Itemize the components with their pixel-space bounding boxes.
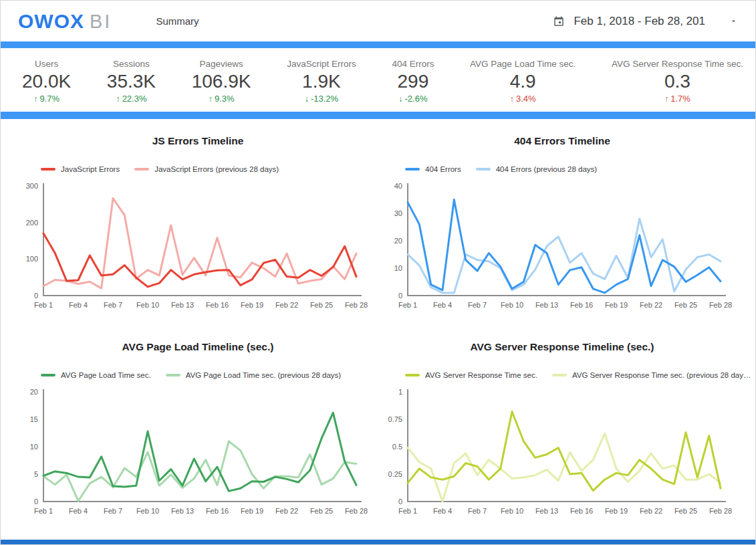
series-line bbox=[43, 233, 356, 287]
scorecard-delta-value: -2.6% bbox=[405, 94, 428, 104]
x-axis-tick-label: Feb 7 bbox=[104, 507, 122, 515]
x-axis-tick-label: Feb 28 bbox=[709, 301, 732, 309]
legend-label: JavaScript Errors (previous 28 days) bbox=[154, 165, 279, 173]
scorecard-sessions: Sessions35.3K↑22.3% bbox=[107, 59, 156, 104]
y-axis-tick-label: 10 bbox=[30, 443, 38, 451]
logo-text-bi: BI bbox=[90, 11, 112, 33]
caret-down-icon bbox=[729, 17, 738, 25]
scorecard-value: 20.0K bbox=[22, 71, 71, 92]
legend-label: JavaScript Errors bbox=[61, 165, 120, 173]
trend-up-icon: ↑ bbox=[33, 94, 37, 104]
app-header: OWOX BI Summary Feb 1, 2018 - Feb 28, 20… bbox=[1, 1, 755, 41]
scorecard-delta-value: 9.7% bbox=[39, 94, 59, 104]
y-axis-tick-label: 1 bbox=[398, 388, 402, 396]
x-axis-tick-label: Feb 4 bbox=[433, 507, 452, 515]
scorecard-delta: ↓-13.2% bbox=[287, 94, 356, 104]
y-axis-tick-label: 20 bbox=[30, 388, 38, 396]
date-range-value: Feb 1, 2018 - Feb 28, 201 bbox=[574, 15, 705, 28]
scorecard-delta: ↑22.3% bbox=[107, 94, 156, 104]
x-axis-tick-label: Feb 1 bbox=[398, 507, 417, 515]
chart-avg-server-response-timeline-sec-: AVG Server Response Timeline (sec.)AVG S… bbox=[385, 336, 739, 518]
scorecard-delta-value: -13.2% bbox=[311, 94, 338, 104]
x-axis-tick-label: Feb 28 bbox=[709, 507, 732, 515]
scorecard-delta-value: 22.3% bbox=[122, 94, 147, 104]
x-axis-tick-label: Feb 10 bbox=[501, 301, 523, 309]
x-axis-tick-label: Feb 10 bbox=[136, 301, 159, 309]
date-range-picker[interactable]: Feb 1, 2018 - Feb 28, 201 bbox=[553, 15, 738, 28]
y-axis-tick-label: 200 bbox=[26, 219, 38, 227]
owox-bi-logo: OWOX BI bbox=[18, 10, 112, 33]
logo-text-owox: OWOX bbox=[18, 10, 84, 33]
x-axis-tick-label: Feb 10 bbox=[501, 507, 523, 515]
y-axis-tick-label: 0 bbox=[34, 498, 38, 506]
y-axis-tick-label: 0 bbox=[34, 292, 38, 300]
scorecard-value: 4.9 bbox=[470, 71, 576, 92]
x-axis-tick-label: Feb 28 bbox=[345, 507, 368, 515]
legend-swatch bbox=[166, 374, 180, 376]
legend-item: AVG Page Load Time sec. (previous 28 day… bbox=[166, 371, 341, 379]
trend-up-icon: ↑ bbox=[664, 94, 668, 104]
scorecard-delta-value: 9.3% bbox=[215, 94, 235, 104]
page-title: Summary bbox=[156, 15, 199, 27]
trend-up-icon: ↑ bbox=[116, 94, 120, 104]
x-axis-tick-label: Feb 16 bbox=[206, 301, 229, 309]
x-axis-tick-label: Feb 7 bbox=[104, 301, 122, 309]
x-axis-tick-label: Feb 13 bbox=[535, 507, 558, 515]
y-axis-tick-label: 0 bbox=[398, 292, 402, 300]
legend-item: AVG Server Response Time sec. bbox=[405, 371, 537, 379]
chart-plot-area[interactable]: 05101520Feb 1Feb 4Feb 7Feb 10Feb 13Feb 1… bbox=[21, 385, 375, 518]
chart-legend: 404 Errors404 Errors (previous 28 days) bbox=[405, 165, 739, 174]
series-line bbox=[408, 200, 721, 293]
scorecard-label: Sessions bbox=[107, 59, 156, 69]
scorecard-delta-value: 3.4% bbox=[516, 94, 536, 104]
x-axis-tick-label: Feb 13 bbox=[171, 301, 194, 309]
legend-item: AVG Page Load Time sec. bbox=[41, 371, 151, 379]
series-line bbox=[43, 413, 356, 491]
x-axis-tick-label: Feb 22 bbox=[275, 507, 298, 515]
x-axis-tick-label: Feb 1 bbox=[34, 301, 53, 309]
legend-label: AVG Server Response Time sec. bbox=[425, 371, 537, 379]
scorecard-delta: ↑9.7% bbox=[22, 94, 71, 104]
y-axis-tick-label: 15 bbox=[30, 415, 38, 423]
legend-item: JavaScript Errors (previous 28 days) bbox=[134, 165, 279, 173]
legend-swatch bbox=[134, 168, 149, 171]
x-axis-tick-label: Feb 19 bbox=[605, 507, 628, 515]
chart-plot-area[interactable]: 0100200300Feb 1Feb 4Feb 7Feb 10Feb 13Feb… bbox=[21, 179, 375, 312]
scorecard-row: Users20.0K↑9.7%Sessions35.3K↑22.3%Pagevi… bbox=[1, 48, 755, 112]
legend-label: 404 Errors bbox=[425, 165, 461, 173]
scorecard-value: 0.3 bbox=[612, 71, 743, 92]
legend-item: 404 Errors (previous 28 days) bbox=[476, 165, 597, 173]
x-axis-tick-label: Feb 13 bbox=[171, 507, 194, 515]
x-axis-tick-label: Feb 19 bbox=[241, 507, 263, 515]
y-axis-tick-label: 40 bbox=[394, 182, 402, 190]
trend-down-icon: ↓ bbox=[398, 94, 402, 104]
divider-bar-middle bbox=[1, 112, 755, 119]
legend-item: AVG Server Response Time sec. (previous … bbox=[552, 371, 751, 379]
y-axis-tick-label: 300 bbox=[26, 182, 38, 190]
legend-item: 404 Errors bbox=[405, 165, 461, 173]
chart-title: 404 Errors Timeline bbox=[385, 135, 739, 147]
x-axis-tick-label: Feb 25 bbox=[310, 507, 333, 515]
series-line bbox=[43, 199, 356, 289]
scorecard-label: JavaScript Errors bbox=[287, 59, 356, 69]
charts-grid: JS Errors TimelineJavaScript ErrorsJavaS… bbox=[1, 119, 755, 518]
scorecard-label: AVG Server Response Time sec. bbox=[612, 59, 743, 69]
x-axis-tick-label: Feb 19 bbox=[241, 301, 263, 309]
chart-plot-area[interactable]: 00.250.50.751Feb 1Feb 4Feb 7Feb 10Feb 13… bbox=[385, 385, 739, 518]
chart-js-errors-timeline: JS Errors TimelineJavaScript ErrorsJavaS… bbox=[21, 130, 375, 312]
x-axis-tick-label: Feb 10 bbox=[136, 507, 159, 515]
x-axis-tick-label: Feb 25 bbox=[310, 301, 333, 309]
y-axis-tick-label: 0 bbox=[398, 498, 402, 506]
series-line bbox=[408, 219, 721, 293]
x-axis-tick-label: Feb 13 bbox=[535, 301, 558, 309]
y-axis-tick-label: 5 bbox=[34, 470, 38, 478]
x-axis-tick-label: Feb 28 bbox=[345, 301, 368, 309]
trend-up-icon: ↑ bbox=[510, 94, 514, 104]
trend-up-icon: ↑ bbox=[209, 94, 213, 104]
y-axis-tick-label: 30 bbox=[394, 209, 402, 217]
footer-bar bbox=[1, 540, 755, 544]
y-axis-tick-label: 20 bbox=[394, 237, 402, 245]
y-axis-tick-label: 0.75 bbox=[388, 415, 402, 423]
scorecard-delta-value: 1.7% bbox=[670, 94, 690, 104]
chart-plot-area[interactable]: 010203040Feb 1Feb 4Feb 7Feb 10Feb 13Feb … bbox=[385, 179, 739, 312]
